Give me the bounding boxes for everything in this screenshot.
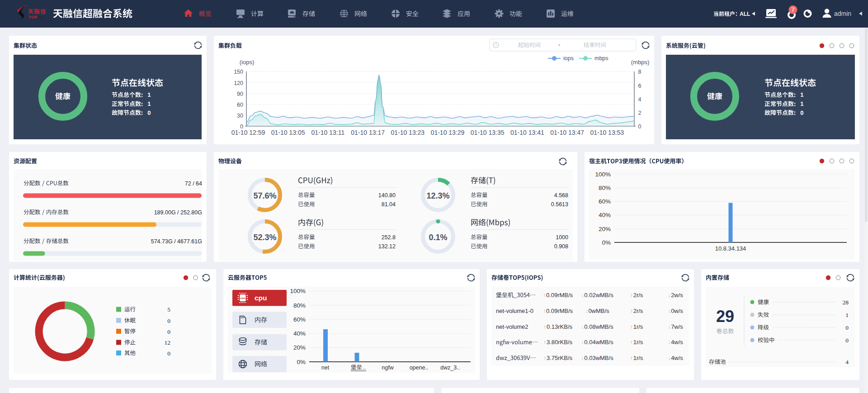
svg-text:60%: 60% <box>599 198 611 205</box>
svg-text:40%: 40% <box>599 212 611 218</box>
svg-text:01-10 13:35: 01-10 13:35 <box>471 129 505 136</box>
svg-text:mbps: mbps <box>594 55 609 62</box>
svg-text:10.8.34.134: 10.8.34.134 <box>715 245 746 252</box>
svg-text:↑1r/s: ↑1r/s <box>630 339 643 346</box>
svg-text:52.3%: 52.3% <box>253 233 276 242</box>
svg-text:↓0w/s: ↓0w/s <box>668 308 683 314</box>
svg-text:60: 60 <box>237 102 243 108</box>
svg-text:SEC: SEC <box>38 15 47 19</box>
svg-text:↓0.02wMB/s: ↓0.02wMB/s <box>581 292 613 298</box>
svg-text:↓0.03wMB/s: ↓0.03wMB/s <box>581 355 613 361</box>
svg-text:admin: admin <box>834 10 851 17</box>
svg-text:↓0.04wMB/s: ↓0.04wMB/s <box>581 339 613 346</box>
svg-text:4.568: 4.568 <box>554 192 568 199</box>
svg-text:1: 1 <box>845 312 849 318</box>
svg-text:189.00G / 252.80G: 189.00G / 252.80G <box>154 209 202 216</box>
svg-text:01-10 13:11: 01-10 13:11 <box>311 129 345 136</box>
svg-text:90: 90 <box>237 91 243 97</box>
svg-text:↑3.75rKB/s: ↑3.75rKB/s <box>543 355 573 361</box>
svg-text:01-10 13:05: 01-10 13:05 <box>271 129 305 136</box>
svg-text:iops: iops <box>563 55 574 62</box>
svg-text:574.73G / 4677.61G: 574.73G / 4677.61G <box>151 238 202 245</box>
svg-text:28: 28 <box>843 299 849 306</box>
svg-text:60%: 60% <box>293 316 306 323</box>
svg-text:(iops): (iops) <box>240 59 255 66</box>
svg-text:cpu: cpu <box>255 294 267 302</box>
svg-text:↑1r/s: ↑1r/s <box>630 323 643 330</box>
svg-text:(mbps): (mbps) <box>631 59 649 66</box>
svg-text:0: 0 <box>167 350 170 357</box>
svg-text:cpu: cpu <box>241 297 245 299</box>
svg-text:↑2r/s: ↑2r/s <box>630 292 643 298</box>
svg-text:252.8: 252.8 <box>382 234 396 241</box>
svg-text:net: net <box>321 365 330 371</box>
svg-text:1: 1 <box>800 100 803 107</box>
svg-text:01-10 13:41: 01-10 13:41 <box>510 129 544 136</box>
svg-text:140.80: 140.80 <box>378 192 396 199</box>
svg-text:↑0.09rMB/s: ↑0.09rMB/s <box>543 308 573 314</box>
svg-text:01-10 12:59: 01-10 12:59 <box>231 129 265 136</box>
svg-text:80%: 80% <box>599 185 611 191</box>
svg-text:↓0wMB/s: ↓0wMB/s <box>585 308 609 314</box>
svg-text:1: 1 <box>147 100 151 107</box>
svg-text:net-volume2: net-volume2 <box>496 323 528 330</box>
svg-text:01-10 13:47: 01-10 13:47 <box>550 129 584 136</box>
svg-text:8: 8 <box>638 69 642 75</box>
svg-text:01-10 13:17: 01-10 13:17 <box>351 129 385 136</box>
svg-text:0%: 0% <box>297 359 306 365</box>
svg-text:0: 0 <box>167 328 170 335</box>
svg-text:1: 1 <box>800 91 803 98</box>
svg-text:57.6%: 57.6% <box>253 191 276 200</box>
svg-text:TOP: TOP <box>28 15 38 19</box>
svg-text:80%: 80% <box>293 302 306 309</box>
svg-text:5: 5 <box>167 306 170 313</box>
svg-text:132.12: 132.12 <box>378 243 396 250</box>
svg-text:6: 6 <box>638 83 642 89</box>
svg-text:0: 0 <box>845 337 849 344</box>
svg-text:↓4w/s: ↓4w/s <box>668 339 683 346</box>
svg-text:0.5613: 0.5613 <box>551 201 568 208</box>
svg-text:ngfw: ngfw <box>382 365 394 371</box>
svg-text:12: 12 <box>165 339 171 346</box>
svg-text:40%: 40% <box>293 330 306 337</box>
svg-text:0: 0 <box>638 123 642 130</box>
svg-text:4: 4 <box>845 359 849 365</box>
svg-text:120: 120 <box>234 80 243 86</box>
svg-text:0: 0 <box>845 324 849 331</box>
svg-text:0%: 0% <box>602 239 611 246</box>
svg-text:20%: 20% <box>293 344 306 351</box>
svg-text:01-10 13:23: 01-10 13:23 <box>391 129 425 136</box>
svg-text:4: 4 <box>638 96 642 103</box>
svg-text:29: 29 <box>716 307 734 326</box>
svg-text:↓4w/s: ↓4w/s <box>668 355 683 361</box>
svg-text:12.3%: 12.3% <box>426 191 449 200</box>
svg-text:0: 0 <box>147 109 151 116</box>
svg-text:opene..: opene.. <box>410 365 429 371</box>
svg-text:ALL: ALL <box>740 11 750 17</box>
svg-text:100%: 100% <box>595 171 611 178</box>
svg-text:01-10 13:29: 01-10 13:29 <box>431 129 465 136</box>
svg-text:1: 1 <box>147 91 151 98</box>
svg-text:↑0.09rMB/s: ↑0.09rMB/s <box>543 292 573 298</box>
svg-text:↓2w/s: ↓2w/s <box>668 292 683 298</box>
svg-text:0: 0 <box>167 317 170 324</box>
svg-text:net-volume1-0: net-volume1-0 <box>496 308 533 314</box>
svg-text:30: 30 <box>237 113 243 119</box>
svg-text:↑0.13rKB/s: ↑0.13rKB/s <box>543 323 573 330</box>
svg-text:20%: 20% <box>599 226 611 232</box>
svg-text:100%: 100% <box>290 288 306 294</box>
svg-text:7: 7 <box>791 6 794 13</box>
svg-text:↑2r/s: ↑2r/s <box>630 308 643 314</box>
svg-text:1000: 1000 <box>556 234 568 241</box>
svg-text:0: 0 <box>800 109 803 116</box>
svg-text:81.04: 81.04 <box>382 201 396 208</box>
svg-text:↑1r/s: ↑1r/s <box>630 355 643 361</box>
svg-text:150: 150 <box>234 69 243 75</box>
svg-text:0.908: 0.908 <box>554 243 568 250</box>
svg-text:01-10 13:53: 01-10 13:53 <box>590 129 624 136</box>
svg-text:dwz_3..: dwz_3.. <box>440 365 460 371</box>
svg-text:↑3.80rKB/s: ↑3.80rKB/s <box>543 339 573 346</box>
svg-text:..: .. <box>363 365 366 371</box>
svg-text:0.1%: 0.1% <box>429 233 447 242</box>
svg-text:2: 2 <box>638 110 642 116</box>
